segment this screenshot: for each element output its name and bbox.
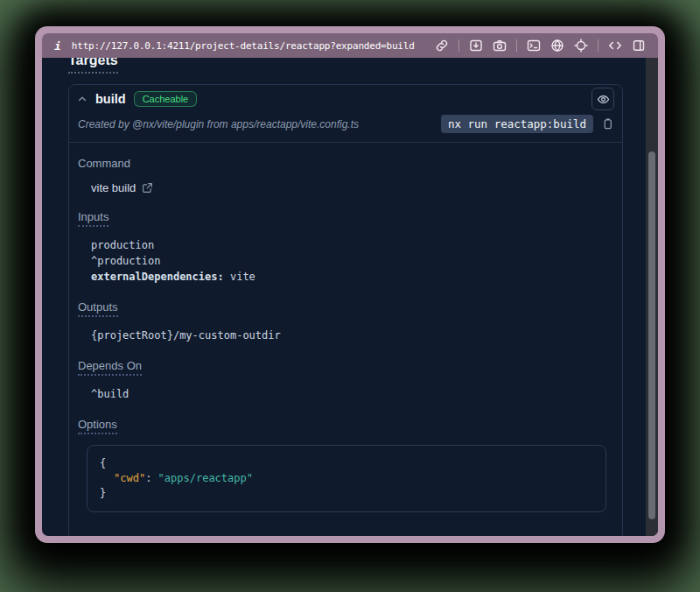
page-content: Targets build Cacheable Created by @nx/v… [42, 58, 658, 536]
camera-icon[interactable] [493, 39, 507, 53]
scrollbar-thumb[interactable] [648, 152, 655, 519]
scrollbar[interactable] [646, 58, 658, 536]
command-label: Command [78, 157, 130, 170]
external-link-icon[interactable] [142, 182, 153, 194]
cacheable-badge: Cacheable [134, 91, 198, 107]
depends-on-item: ^build [91, 386, 610, 402]
import-box-icon[interactable] [469, 39, 483, 53]
command-value-row: vite build [91, 181, 610, 194]
json-line: { [100, 456, 593, 471]
window-titlebar: i http://127.0.0.1:4211/project-details/… [42, 33, 658, 58]
created-by-row: Created by @nx/vite/plugin from apps/rea… [69, 113, 622, 142]
crosshair-icon[interactable] [574, 39, 588, 53]
input-item: externalDependencies: vite [91, 269, 610, 285]
created-by-text: Created by @nx/vite/plugin from apps/rea… [78, 118, 359, 130]
titlebar-divider [516, 39, 517, 52]
copy-command-button[interactable] [601, 117, 614, 130]
browser-preview-window: i http://127.0.0.1:4211/project-details/… [35, 26, 665, 543]
depends-on-section: Depends On ^build [78, 357, 610, 402]
input-item: production [91, 237, 610, 253]
outputs-list: {projectRoot}/my-custom-outdir [91, 328, 610, 343]
depends-on-list: ^build [91, 386, 610, 402]
target-panel-build: build Cacheable Created by @nx/vite/plug… [68, 84, 623, 536]
titlebar-actions [435, 39, 646, 53]
input-item: ^production [91, 253, 610, 269]
titlebar-divider [458, 39, 459, 52]
inputs-label[interactable]: Inputs [78, 210, 108, 227]
outputs-label[interactable]: Outputs [78, 300, 118, 317]
json-line: } [100, 486, 593, 501]
eye-icon [597, 93, 610, 106]
page-title[interactable]: Targets [68, 58, 118, 74]
input-item-key: externalDependencies: [91, 271, 224, 283]
build-panel-header[interactable]: build Cacheable [69, 85, 622, 113]
options-label[interactable]: Options [78, 418, 117, 434]
json-value: "apps/reactapp" [158, 472, 253, 484]
chevron-up-icon[interactable] [77, 94, 88, 104]
inputs-list: production ^production externalDependenc… [91, 237, 610, 285]
view-target-graph-button[interactable] [592, 88, 614, 110]
command-section: Command vite build [78, 155, 610, 194]
input-item-value: vite [224, 271, 256, 283]
split-panel-icon[interactable] [632, 39, 646, 53]
link-icon[interactable] [435, 39, 449, 53]
clipboard-icon [601, 117, 614, 130]
url-text: http://127.0.0.1:4211/project-details/re… [72, 40, 415, 52]
inputs-section: Inputs production ^production externalDe… [78, 208, 610, 285]
options-json-block: { "cwd": "apps/reactapp" } [87, 445, 606, 512]
titlebar-divider [598, 39, 598, 52]
json-key: "cwd" [114, 472, 145, 484]
globe-icon[interactable] [550, 39, 564, 53]
target-name: build [95, 92, 126, 106]
outputs-section: Outputs {projectRoot}/my-custom-outdir [78, 299, 610, 343]
build-panel-body: Command vite build Inputs production ^pr… [69, 143, 622, 536]
output-item: {projectRoot}/my-custom-outdir [91, 328, 610, 343]
options-section: Options { "cwd": "apps/reactapp" } [78, 416, 610, 512]
run-command-chip: nx run reactapp:build [441, 115, 593, 133]
targets-heading-row: Targets [68, 58, 658, 74]
terminal-icon[interactable] [527, 39, 541, 53]
depends-on-label[interactable]: Depends On [78, 359, 142, 376]
code-icon[interactable] [608, 39, 622, 53]
json-separator: : [145, 472, 158, 484]
command-value: vite build [91, 181, 136, 194]
json-line: "cwd": "apps/reactapp" [100, 471, 593, 486]
info-icon: i [54, 39, 61, 53]
